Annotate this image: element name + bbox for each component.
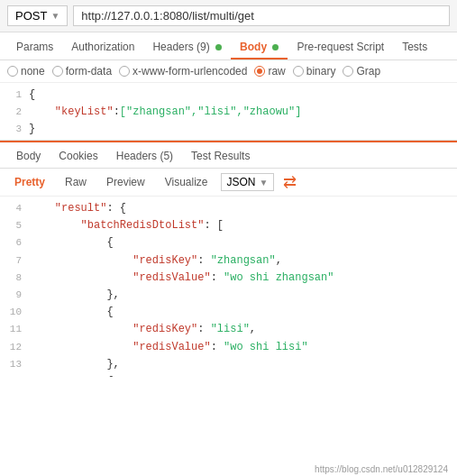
format-select[interactable]: JSON ▼ (221, 173, 275, 191)
body-type-binary[interactable]: binary (293, 65, 336, 78)
req-line-2-content: "keyList":["zhangsan","lisi","zhaowu"] (29, 104, 457, 121)
resp-line-11: 11 "redisKey": "lisi", (0, 321, 457, 338)
tab-cookies-label: Cookies (59, 150, 97, 162)
wrap-icon[interactable]: ⇄ (283, 172, 297, 192)
radio-binary (293, 66, 304, 77)
body-dot (272, 44, 279, 50)
pretty-button[interactable]: Pretty (7, 173, 52, 191)
resp-line-12-content: "redisValue": "wo shi lisi" (29, 339, 457, 356)
req-line-1: 1 { (0, 87, 457, 104)
tab-resp-headers[interactable]: Headers (5) (107, 146, 182, 168)
watermark: https://blog.csdn.net/u012829124 (315, 464, 448, 474)
resp-linenum-9: 9 (0, 288, 29, 304)
request-body-editor[interactable]: 1 { 2 "keyList":["zhangsan","lisi","zhao… (0, 83, 457, 141)
resp-linenum-5: 5 (0, 218, 29, 234)
url-input[interactable] (73, 5, 450, 26)
resp-linenum-11: 11 (0, 322, 29, 338)
body-type-formdata-label: form-data (66, 65, 112, 78)
tab-headers-label: Headers (9) (152, 41, 209, 53)
resp-linenum-8: 8 (0, 270, 29, 287)
tab-prerequest[interactable]: Pre-request Script (288, 36, 393, 60)
body-type-formdata[interactable]: form-data (52, 65, 112, 78)
url-bar: POST ▼ (0, 0, 457, 32)
req-linenum-3: 3 (0, 122, 29, 138)
resp-line-4-content: "result": { (29, 200, 457, 217)
resp-line-8: 8 "redisValue": "wo shi zhangsan" (0, 270, 457, 287)
resp-line-8-content: "redisValue": "wo shi zhangsan" (29, 270, 457, 287)
tab-body-label: Body (240, 41, 267, 53)
resp-linenum-6: 6 (0, 235, 29, 252)
resp-line-10: 10 { (0, 304, 457, 321)
tab-authorization[interactable]: Authorization (62, 36, 143, 60)
tab-authorization-label: Authorization (71, 41, 134, 53)
visualize-button[interactable]: Visualize (158, 173, 215, 191)
headers-dot (215, 44, 222, 50)
method-select[interactable]: POST ▼ (7, 5, 68, 26)
resp-line-7: 7 "redisKey": "zhangsan", (0, 252, 457, 270)
resp-line-9-content: }, (29, 287, 457, 304)
resp-linenum-14: 14 (0, 374, 29, 377)
resp-line-12: 12 "redisValue": "wo shi lisi" (0, 339, 457, 356)
tab-headers[interactable]: Headers (9) (143, 36, 231, 60)
method-label: POST (15, 9, 47, 23)
tab-body-resp-label: Bod (16, 150, 35, 162)
body-type-none[interactable]: none (7, 65, 45, 78)
raw-button[interactable]: Raw (58, 173, 94, 191)
tab-resp-headers-label: Headers (5) (116, 150, 173, 162)
resp-line-9: 9 }, (0, 287, 457, 304)
body-type-raw[interactable]: raw (254, 65, 285, 78)
resp-linenum-4: 4 (0, 201, 29, 217)
tab-cookies[interactable]: Cookies (50, 146, 106, 168)
body-type-urlencoded[interactable]: x-www-form-urlencoded (119, 65, 247, 78)
resp-linenum-10: 10 (0, 305, 29, 321)
watermark-text: https://blog.csdn.net/u012829124 (315, 464, 448, 474)
preview-button[interactable]: Preview (99, 173, 152, 191)
radio-raw (254, 66, 265, 77)
radio-urlencoded (119, 66, 130, 77)
radio-graphql (343, 66, 353, 77)
tab-params[interactable]: Params (7, 36, 62, 60)
format-arrow-icon: ▼ (260, 178, 269, 188)
body-type-raw-label: raw (268, 65, 285, 78)
resp-line-14-content: { (29, 373, 457, 377)
resp-line-7-content: "redisKey": "zhangsan", (29, 252, 457, 270)
resp-linenum-12: 12 (0, 340, 29, 356)
req-linenum-2: 2 (0, 105, 29, 121)
resp-line-14: 14 { (0, 373, 457, 377)
tab-params-label: P (16, 41, 23, 53)
req-line-2: 2 "keyList":["zhangsan","lisi","zhaowu"] (0, 104, 457, 121)
tab-body[interactable]: Body (231, 36, 288, 60)
req-linenum-1: 1 (0, 87, 29, 104)
wrap-lines-icon: ⇄ (283, 172, 297, 192)
req-line-1-content: { (29, 87, 457, 104)
method-arrow-icon: ▼ (50, 11, 59, 21)
body-type-urlencoded-label: x-www-form-urlencoded (133, 65, 247, 78)
response-tabs: Body Cookies Headers (5) Test Results (0, 141, 457, 169)
req-line-3: 3 } (0, 121, 457, 138)
resp-line-10-content: { (29, 304, 457, 321)
resp-line-6-content: { (29, 234, 457, 252)
resp-linenum-7: 7 (0, 253, 29, 270)
radio-formdata (52, 66, 63, 77)
resp-line-13: 13 }, (0, 356, 457, 373)
body-type-row: none form-data x-www-form-urlencoded raw… (0, 60, 457, 83)
radio-none (7, 66, 18, 77)
req-line-3-content: } (29, 121, 457, 138)
tab-prerequest-label: Pre-request Script (297, 41, 384, 53)
response-toolbar: Pretty Raw Preview Visualize JSON ▼ ⇄ (0, 169, 457, 197)
body-type-binary-label: binary (306, 65, 336, 78)
tab-body-resp[interactable]: Body (7, 146, 50, 168)
tab-tests[interactable]: Tests (393, 36, 436, 60)
body-type-graphql-label: Grap (356, 65, 380, 78)
resp-line-11-content: "redisKey": "lisi", (29, 321, 457, 338)
body-type-none-label: none (21, 65, 45, 78)
tab-test-results-label: Test Results (191, 150, 250, 162)
tab-test-results[interactable]: Test Results (182, 146, 259, 168)
resp-line-5: 5 "batchRedisDtoList": [ (0, 217, 457, 234)
format-label: JSON (227, 176, 256, 188)
resp-linenum-13: 13 (0, 357, 29, 373)
resp-line-4: 4 "result": { (0, 200, 457, 217)
request-tabs: Params Authorization Headers (9) Body Pr… (0, 32, 457, 60)
response-body[interactable]: 4 "result": { 5 "batchRedisDtoList": [ 6… (0, 197, 457, 377)
body-type-graphql[interactable]: Grap (343, 65, 380, 78)
